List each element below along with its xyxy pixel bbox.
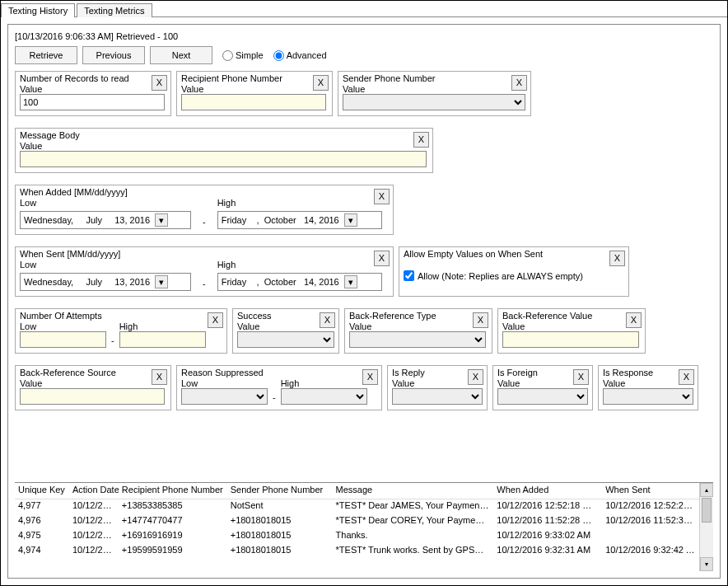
sender-select[interactable] <box>343 94 525 110</box>
cell: 10/12/20… <box>69 529 119 544</box>
cell: 10/12/2016 11:52:28 … <box>493 514 602 529</box>
vertical-scrollbar[interactable]: ▴ ▾ <box>699 483 713 571</box>
close-icon[interactable]: X <box>362 369 378 385</box>
scroll-thumb[interactable] <box>702 498 712 523</box>
when-added-high-picker[interactable]: Friday , October 14, 2016 ▾ <box>217 211 382 229</box>
close-icon[interactable]: X <box>511 75 527 91</box>
allow-empty-label: Allow (Note: Replies are ALWAYS empty) <box>418 271 583 281</box>
when-sent-low-picker[interactable]: Wednesday, July 13, 2016 ▾ <box>20 273 191 291</box>
cell: *TEST* Dear JAMES, Your Paymen… <box>333 499 494 514</box>
col-when-sent[interactable]: When Sent <box>602 483 699 499</box>
next-button[interactable]: Next <box>150 46 212 64</box>
success-select[interactable] <box>237 331 334 348</box>
mode-advanced-radio[interactable]: Advanced <box>273 50 327 61</box>
close-icon[interactable]: X <box>468 369 483 385</box>
recipient-input[interactable] <box>181 94 326 110</box>
value-label: Value <box>181 84 328 94</box>
date-text: Friday , October 14, 2016 <box>220 277 341 287</box>
close-icon[interactable]: X <box>152 75 167 91</box>
calendar-icon[interactable]: ▾ <box>155 213 168 227</box>
when-added-low-picker[interactable]: Wednesday, July 13, 2016 ▾ <box>20 211 191 229</box>
low-label: Low <box>20 321 106 331</box>
cell: 4,975 <box>15 529 69 544</box>
close-icon[interactable]: X <box>626 312 642 328</box>
cell: 10/12/20… <box>69 514 119 529</box>
table-row[interactable]: 4,97510/12/20…+16916916919+18018018015Th… <box>15 529 699 544</box>
high-label: High <box>281 378 367 388</box>
cell: 10/12/2016 9:32:31 AM <box>493 544 602 559</box>
bref-value-input[interactable] <box>502 331 639 348</box>
col-message[interactable]: Message <box>333 483 494 499</box>
calendar-icon[interactable]: ▾ <box>344 213 357 227</box>
calendar-icon[interactable]: ▾ <box>344 275 357 288</box>
date-text: Wednesday, July 13, 2016 <box>22 277 152 287</box>
close-icon[interactable]: X <box>413 132 429 148</box>
calendar-icon[interactable]: ▾ <box>155 275 168 288</box>
filter-attempts: X Number Of Attempts Low - High <box>15 308 227 354</box>
dash-separator: - <box>203 279 206 291</box>
retrieve-button[interactable]: Retrieve <box>15 46 77 64</box>
table-row[interactable]: 4,97710/12/20…+13853385385NotSent*TEST* … <box>15 499 699 514</box>
bref-type-select[interactable] <box>349 331 486 348</box>
filter-recipient-title: Recipient Phone Number <box>181 73 328 83</box>
table-row[interactable]: 4,97410/12/20…+19599591959+18018018015*T… <box>15 544 699 559</box>
col-unique-key[interactable]: Unique Key <box>15 483 69 499</box>
mode-simple-radio[interactable]: Simple <box>222 50 264 61</box>
reason-low-select[interactable] <box>181 388 268 405</box>
col-sender[interactable]: Sender Phone Number <box>227 483 333 499</box>
message-body-input[interactable] <box>20 151 427 167</box>
mode-advanced-label: Advanced <box>287 50 327 60</box>
cell: +18018018015 <box>227 544 333 559</box>
reason-high-select[interactable] <box>281 388 367 405</box>
tab-texting-history[interactable]: Texting History <box>1 3 75 17</box>
is-response-select[interactable] <box>603 388 693 405</box>
is-reply-select[interactable] <box>392 388 483 405</box>
filter-body-title: Message Body <box>20 130 428 140</box>
allow-empty-checkbox[interactable]: Allow (Note: Replies are ALWAYS empty) <box>404 270 624 281</box>
cell: *TEST* Trunk works. Sent by GPS… <box>333 544 494 559</box>
filter-bref-value-title: Back-Reference Value <box>502 311 641 321</box>
cell: +19599591959 <box>119 544 227 559</box>
cell: 4,977 <box>15 499 69 514</box>
filter-bref-source-title: Back-Reference Source <box>20 368 166 377</box>
value-label: Value <box>20 141 428 151</box>
col-recipient[interactable]: Recipient Phone Number <box>119 483 227 499</box>
attempts-high-input[interactable] <box>119 331 206 348</box>
value-label: Value <box>349 321 488 331</box>
cell: 10/12/2016 9:33:02 AM <box>493 529 602 544</box>
table-row[interactable]: 4,97610/12/20…+14774770477+18018018015*T… <box>15 514 699 529</box>
col-action-date[interactable]: Action Date <box>69 483 119 499</box>
attempts-low-input[interactable] <box>20 331 106 348</box>
close-icon[interactable]: X <box>679 369 694 385</box>
value-label: Value <box>502 321 641 331</box>
scroll-up-icon[interactable]: ▴ <box>700 483 713 497</box>
high-label: High <box>119 321 206 331</box>
col-when-added[interactable]: When Added <box>493 483 602 499</box>
close-icon[interactable]: X <box>208 312 223 328</box>
mode-simple-label: Simple <box>236 50 264 60</box>
close-icon[interactable]: X <box>313 75 329 91</box>
cell: +18018018015 <box>227 529 333 544</box>
close-icon[interactable]: X <box>609 251 625 266</box>
date-text: Wednesday, July 13, 2016 <box>22 215 152 225</box>
close-icon[interactable]: X <box>152 369 167 385</box>
close-icon[interactable]: X <box>573 369 589 385</box>
is-foreign-select[interactable] <box>497 388 588 405</box>
previous-button[interactable]: Previous <box>82 46 145 64</box>
when-sent-high-picker[interactable]: Friday , October 14, 2016 ▾ <box>217 273 382 291</box>
records-input[interactable] <box>20 94 165 110</box>
close-icon[interactable]: X <box>374 251 390 266</box>
tab-texting-metrics[interactable]: Texting Metrics <box>77 3 152 17</box>
cell: +14774770477 <box>119 514 227 529</box>
cell <box>602 529 699 544</box>
filter-bref-value: X Back-Reference Value Value <box>497 308 646 354</box>
close-icon[interactable]: X <box>473 312 488 328</box>
filter-message-body: X Message Body Value <box>15 128 433 173</box>
filter-is-foreign: X Is Foreign Value <box>492 365 593 410</box>
close-icon[interactable]: X <box>320 312 335 328</box>
bref-source-input[interactable] <box>20 388 165 405</box>
texting-history-panel: [10/13/2016 9:06:33 AM] Retrieved - 100 … <box>7 24 721 579</box>
close-icon[interactable]: X <box>374 189 390 204</box>
low-label: Low <box>20 198 191 208</box>
scroll-down-icon[interactable]: ▾ <box>700 557 713 571</box>
